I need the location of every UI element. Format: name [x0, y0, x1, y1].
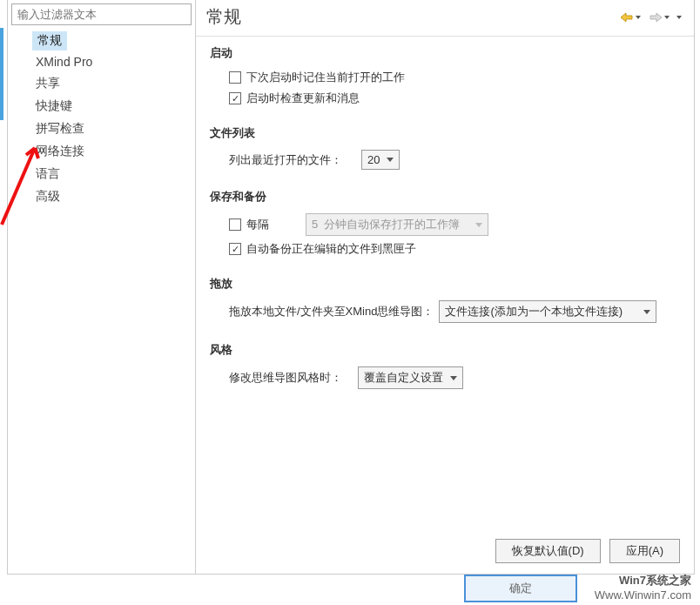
watermark-line1: Win7系统之家	[595, 574, 691, 588]
sidebar-item-label: 常规	[37, 33, 62, 47]
sidebar-item-label: 拼写检查	[36, 121, 84, 135]
blackbox-checkbox[interactable]	[229, 243, 241, 255]
content: 启动 下次启动时记住当前打开的工作 启动时检查更新和消息 文件列表 列出最近打开…	[196, 37, 694, 532]
bottom-bar: 确定 Win7系统之家 Www.Winwin7.com	[464, 574, 691, 603]
select-value: 20	[367, 153, 380, 166]
sidebar-item-label: 共享	[36, 76, 60, 90]
filter-input[interactable]	[11, 3, 192, 25]
menu-button[interactable]	[675, 14, 683, 21]
check-updates-row: 启动时检查更新和消息	[229, 91, 680, 106]
main-panel: 常规 启动 下次启动时记住当前打开的工作	[196, 0, 694, 574]
ok-button[interactable]: 确定	[464, 575, 577, 602]
style-label: 修改思维导图风格时：	[229, 370, 342, 386]
arrow-right-icon	[648, 11, 663, 24]
page-title: 常规	[206, 5, 617, 29]
sidebar-item-spellcheck[interactable]: 拼写检查	[32, 118, 88, 139]
autosave-row: 每隔 5 分钟自动保存打开的工作簿	[229, 213, 680, 236]
dragdrop-row: 拖放本地文件/文件夹至XMind思维导图： 文件连接(添加为一个本地文件连接)	[229, 300, 680, 323]
check-updates-checkbox[interactable]	[229, 92, 241, 104]
section-dragdrop: 拖放 拖放本地文件/文件夹至XMind思维导图： 文件连接(添加为一个本地文件连…	[210, 276, 680, 323]
section-style: 风格 修改思维导图风格时： 覆盖自定义设置	[210, 342, 680, 389]
check-updates-label: 启动时检查更新和消息	[246, 91, 360, 106]
chevron-down-icon	[664, 16, 670, 19]
recent-files-row: 列出最近打开的文件： 20	[229, 150, 680, 170]
nav-list: 常规 XMind Pro 共享 快捷键 拼写检查 网络连接 语言 高级	[8, 29, 195, 208]
watermark-line2: Www.Winwin7.com	[595, 588, 691, 603]
section-title: 拖放	[210, 276, 680, 292]
remember-checkbox[interactable]	[229, 71, 241, 84]
section-title: 风格	[210, 342, 680, 358]
sidebar-item-label: XMind Pro	[36, 55, 92, 69]
sidebar-item-general[interactable]: 常规	[32, 31, 67, 50]
apply-button[interactable]: 应用(A)	[609, 539, 680, 563]
chevron-down-icon	[636, 16, 641, 19]
style-row: 修改思维导图风格时： 覆盖自定义设置	[229, 366, 680, 389]
section-backup: 保存和备份 每隔 5 分钟自动保存打开的工作簿 自动备份正在编辑的文件到黑匣子	[210, 189, 680, 257]
sidebar-item-label: 快捷键	[36, 98, 72, 112]
section-filelist: 文件列表 列出最近打开的文件： 20	[210, 125, 680, 170]
forward-button[interactable]	[646, 10, 671, 25]
section-title: 保存和备份	[210, 189, 680, 205]
select-value: 文件连接(添加为一个本地文件连接)	[445, 304, 623, 319]
select-value: 覆盖自定义设置	[364, 370, 443, 386]
sidebar-item-label: 高级	[36, 189, 60, 203]
watermark: Win7系统之家 Www.Winwin7.com	[595, 574, 691, 603]
header: 常规	[196, 0, 694, 37]
section-title: 文件列表	[210, 125, 680, 141]
nav-arrows	[617, 10, 683, 25]
recent-files-label: 列出最近打开的文件：	[229, 152, 342, 168]
recent-files-select[interactable]: 20	[361, 150, 400, 170]
sidebar-item-share[interactable]: 共享	[32, 73, 64, 94]
sidebar-item-network[interactable]: 网络连接	[32, 141, 88, 162]
action-buttons: 恢复默认值(D) 应用(A)	[196, 532, 694, 574]
autosave-checkbox[interactable]	[229, 218, 241, 231]
autosave-interval-select[interactable]: 5 分钟自动保存打开的工作簿	[306, 213, 488, 236]
arrow-left-icon	[619, 11, 635, 24]
back-button[interactable]	[617, 10, 643, 25]
sidebar: 常规 XMind Pro 共享 快捷键 拼写检查 网络连接 语言 高级	[8, 0, 196, 574]
chevron-down-icon	[475, 223, 482, 227]
chevron-down-icon	[387, 158, 394, 162]
section-startup: 启动 下次启动时记住当前打开的工作 启动时检查更新和消息	[210, 45, 680, 106]
sidebar-item-advanced[interactable]: 高级	[32, 186, 64, 207]
restore-defaults-button[interactable]: 恢复默认值(D)	[495, 539, 601, 563]
style-select[interactable]: 覆盖自定义设置	[358, 366, 463, 389]
remember-row: 下次启动时记住当前打开的工作	[229, 70, 680, 85]
blackbox-row: 自动备份正在编辑的文件到黑匣子	[229, 241, 680, 257]
chevron-down-icon	[450, 376, 457, 380]
dragdrop-label: 拖放本地文件/文件夹至XMind思维导图：	[229, 304, 434, 319]
chevron-down-icon	[676, 16, 682, 19]
select-value: 5 分钟自动保存打开的工作簿	[312, 217, 460, 232]
section-title: 启动	[210, 45, 680, 61]
sidebar-item-language[interactable]: 语言	[32, 164, 64, 185]
sidebar-item-label: 网络连接	[36, 144, 84, 158]
blackbox-label: 自动备份正在编辑的文件到黑匣子	[246, 241, 416, 257]
sidebar-item-xmind-pro[interactable]: XMind Pro	[32, 52, 96, 71]
sidebar-item-label: 语言	[36, 166, 60, 180]
remember-label: 下次启动时记住当前打开的工作	[246, 70, 405, 85]
autosave-label: 每隔	[246, 217, 269, 232]
chevron-down-icon	[643, 310, 650, 314]
sidebar-item-shortcuts[interactable]: 快捷键	[32, 96, 76, 117]
preferences-dialog: 常规 XMind Pro 共享 快捷键 拼写检查 网络连接 语言 高级 常规	[7, 0, 695, 575]
dragdrop-select[interactable]: 文件连接(添加为一个本地文件连接)	[439, 300, 656, 323]
